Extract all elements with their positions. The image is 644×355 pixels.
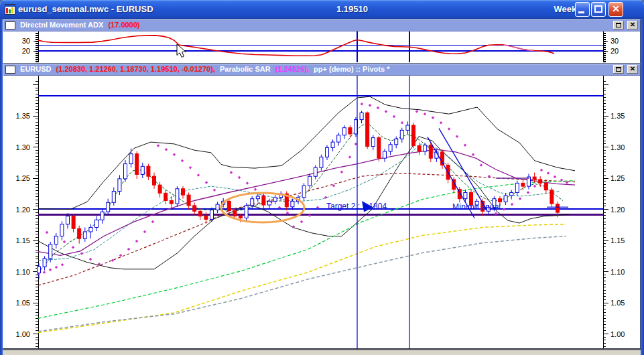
candles [38,111,560,279]
svg-text:1.25: 1.25 [16,174,30,182]
price-plot[interactable]: 1.351.351.301.301.251.251.201.201.151.15… [3,75,641,349]
svg-text:1.10: 1.10 [16,268,30,276]
svg-text:1.20: 1.20 [610,206,625,214]
ma-darkgreen [38,124,563,273]
chart-window: eurusd_semanal.mwc - EURUSD 1.19510 Week… [0,0,644,355]
adx-axes: 30302020 [22,31,619,62]
adx-plot[interactable]: 30302020 [3,31,641,63]
svg-text:30: 30 [610,37,619,45]
svg-text:1.00: 1.00 [16,330,30,338]
annotation-target[interactable]: Target 2 : 1.1804 [326,202,387,211]
adx-levels [38,31,603,62]
price-panel-header[interactable]: EURUSD (1.20830, 1.21260, 1.18730, 1.195… [3,64,640,76]
svg-text:1.35: 1.35 [16,112,30,120]
price-panel-sar-label: Parabolic SAR [220,65,271,73]
svg-text:1.20: 1.20 [16,206,30,214]
adx-panel-value: (17.0000) [108,21,139,29]
price-axes: 1.351.351.301.301.251.251.201.201.151.15… [3,76,641,349]
window-title: eurusd_semanal.mwc - EURUSD [18,4,153,14]
price-panel-ohlc: (1.20830, 1.21260, 1.18730, 1.19510, -0.… [56,65,215,73]
price-maximize-button[interactable] [613,65,624,74]
svg-text:1.35: 1.35 [610,112,625,120]
adx-ADX-recent-line [504,45,533,50]
svg-text:1.05: 1.05 [16,299,30,307]
adx-system-box[interactable] [5,21,15,29]
pivot-lines [38,96,603,214]
window-border-right [641,19,644,355]
adx-panel-title: Directnl Movement ADX [20,21,103,29]
svg-text:1.25: 1.25 [610,174,625,182]
price-close-button[interactable]: ✕ [627,65,638,74]
svg-text:30: 30 [22,37,30,45]
adx-close-button[interactable]: ✕ [627,21,638,29]
annotation-minimo-anual[interactable]: Mínimo anual [452,202,501,212]
ma-gray [38,236,566,332]
svg-text:1.15: 1.15 [16,236,30,244]
svg-text:1.30: 1.30 [610,143,625,151]
ma-yellow [38,224,566,333]
adx-ADX-line [38,36,554,56]
price-panel-symbol: EURUSD [20,65,51,73]
svg-text:20: 20 [610,47,619,55]
adx-maximize-button[interactable] [613,21,624,29]
svg-text:1.15: 1.15 [610,236,625,244]
price-panel-pivots-label: pp+ (demo) :: Pivots * [314,65,389,73]
svg-text:1.10: 1.10 [610,268,625,276]
price-panel-sar-value: (1.24826), [275,65,309,73]
price-system-box[interactable] [5,66,15,74]
app-icon [5,4,15,15]
adx-panel-header[interactable]: Directnl Movement ADX (17.0000) ✕ [3,20,640,31]
title-bar[interactable]: eurusd_semanal.mwc - EURUSD 1.19510 Week… [0,0,644,19]
minimize-button[interactable] [575,2,590,17]
svg-text:1.30: 1.30 [16,143,30,151]
svg-text:1.00: 1.00 [610,330,625,338]
titlebar-price: 1.19510 [336,4,368,14]
svg-text:20: 20 [22,47,30,55]
close-button[interactable]: ✕ [608,2,623,17]
window-bottom-frame [3,350,641,355]
svg-text:1.05: 1.05 [610,299,625,307]
maximize-button[interactable] [591,2,606,17]
